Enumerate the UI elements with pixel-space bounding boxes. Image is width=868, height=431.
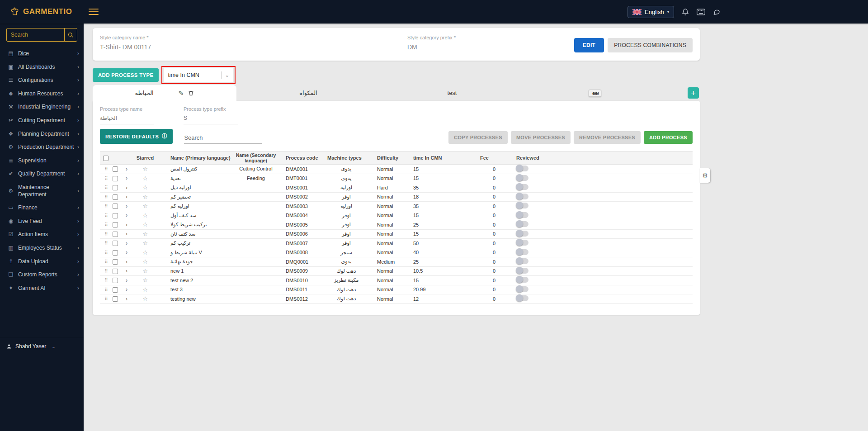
search-input[interactable]	[7, 32, 64, 38]
drag-handle-icon[interactable]: ⠿	[100, 232, 113, 237]
sidebar-item-industrial-engineering[interactable]: ⚒Industrial Engineering›	[0, 100, 84, 114]
style-prefix-field[interactable]: DM	[407, 43, 507, 55]
header-reviewed[interactable]: Reviewed	[514, 155, 557, 161]
reviewed-toggle[interactable]	[516, 194, 528, 199]
expand-row-icon[interactable]: ›	[122, 203, 132, 209]
reviewed-toggle[interactable]	[516, 277, 528, 283]
reviewed-toggle[interactable]	[516, 184, 528, 190]
chat-icon[interactable]	[713, 8, 720, 15]
expand-row-icon[interactable]: ›	[122, 249, 132, 256]
sidebar-item-employees-status[interactable]: ▥Employees Status›	[0, 242, 84, 255]
drag-handle-icon[interactable]: ⠿	[100, 269, 113, 274]
edit-icon[interactable]: ✎	[179, 90, 184, 97]
sidebar-item-data-upload[interactable]: ↥Data Upload›	[0, 255, 84, 269]
expand-row-icon[interactable]: ›	[122, 175, 132, 181]
sidebar-item-quality-department[interactable]: ✔Quality Department›	[0, 167, 84, 181]
star-icon[interactable]: ☆	[142, 212, 148, 219]
star-icon[interactable]: ☆	[142, 295, 148, 302]
drag-handle-icon[interactable]: ⠿	[100, 166, 113, 171]
sidebar-item-custom-reports[interactable]: ❏Custom Reports›	[0, 268, 84, 282]
reviewed-toggle[interactable]	[516, 175, 528, 181]
drag-handle-icon[interactable]: ⠿	[100, 194, 113, 199]
star-icon[interactable]: ☆	[142, 194, 148, 200]
drag-handle-icon[interactable]: ⠿	[100, 296, 113, 301]
star-icon[interactable]: ☆	[142, 249, 148, 256]
drag-handle-icon[interactable]: ⠿	[100, 250, 113, 255]
drag-handle-icon[interactable]: ⠿	[100, 278, 113, 283]
star-icon[interactable]: ☆	[142, 184, 148, 191]
drag-handle-icon[interactable]: ⠿	[100, 213, 113, 218]
reviewed-toggle[interactable]	[516, 286, 528, 292]
table-search-input[interactable]: Search	[184, 133, 262, 144]
expand-row-icon[interactable]: ›	[122, 166, 132, 172]
row-checkbox[interactable]	[113, 241, 118, 246]
add-process-type-button[interactable]: ADD PROCESS TYPE	[93, 68, 159, 82]
language-selector[interactable]: English ▾	[627, 6, 674, 18]
star-icon[interactable]: ☆	[142, 258, 148, 265]
expand-row-icon[interactable]: ›	[122, 185, 132, 191]
sidebar-item-configurations[interactable]: ☰Configurations›	[0, 74, 84, 87]
expand-row-icon[interactable]: ›	[122, 277, 132, 284]
row-checkbox[interactable]	[113, 204, 118, 209]
process-combinations-button[interactable]: PROCESS COMBINATIONS	[608, 38, 693, 52]
star-icon[interactable]: ☆	[142, 231, 148, 237]
row-checkbox[interactable]	[113, 287, 118, 293]
header-starred[interactable]: Starred	[132, 155, 159, 161]
sidebar-item-maintenance-department[interactable]: ⚙Maintenance Department›	[0, 181, 84, 201]
row-checkbox[interactable]	[113, 213, 118, 218]
sidebar-item-human-resources[interactable]: ☻Human Resources›	[0, 87, 84, 101]
drag-handle-icon[interactable]: ⠿	[100, 222, 113, 227]
copy-processes-button[interactable]: COPY PROCESSES	[448, 131, 508, 144]
drag-handle-icon[interactable]: ⠿	[100, 241, 113, 246]
time-metric-dropdown[interactable]: time In CMN ⌄	[164, 68, 233, 82]
tab-process-type-3[interactable]: ee	[524, 85, 668, 101]
reviewed-toggle[interactable]	[516, 166, 528, 171]
star-icon[interactable]: ☆	[142, 268, 148, 275]
sidebar-item-cutting-department[interactable]: ✂Cutting Department›	[0, 114, 84, 128]
keyboard-icon[interactable]	[697, 9, 705, 15]
row-checkbox[interactable]	[113, 176, 118, 181]
sidebar-item-supervision[interactable]: ≣Supervision›	[0, 154, 84, 168]
reviewed-toggle[interactable]	[516, 268, 528, 274]
drag-handle-icon[interactable]: ⠿	[100, 204, 113, 208]
reviewed-toggle[interactable]	[516, 212, 528, 218]
sidebar-item-garment-ai[interactable]: ✦Garment AI›	[0, 282, 84, 295]
expand-row-icon[interactable]: ›	[122, 194, 132, 200]
header-fee[interactable]: Fee	[477, 155, 514, 161]
sidebar-item-finance[interactable]: ▭Finance›	[0, 201, 84, 215]
drag-handle-icon[interactable]: ⠿	[100, 259, 113, 264]
tab-process-type-2[interactable]: test	[380, 85, 524, 101]
add-process-button[interactable]: ADD PROCESS	[644, 131, 693, 144]
header-name-secondary[interactable]: Name (Secondary language)	[231, 152, 281, 163]
row-checkbox[interactable]	[113, 194, 118, 200]
process-type-name-field[interactable]: الخياطة	[100, 115, 154, 124]
reviewed-toggle[interactable]	[516, 221, 528, 227]
edit-button[interactable]: EDIT	[574, 38, 604, 52]
expand-row-icon[interactable]: ›	[122, 231, 132, 237]
row-checkbox[interactable]	[113, 222, 118, 227]
star-icon[interactable]: ☆	[142, 203, 148, 209]
row-checkbox[interactable]	[113, 232, 118, 237]
delete-icon[interactable]	[188, 90, 194, 96]
expand-row-icon[interactable]: ›	[122, 286, 132, 293]
sidebar-item-live-feed[interactable]: ◉Live Feed›	[0, 215, 84, 228]
expand-row-icon[interactable]: ›	[122, 222, 132, 228]
process-type-prefix-field[interactable]: S	[184, 115, 238, 124]
expand-row-icon[interactable]: ›	[122, 240, 132, 246]
bell-icon[interactable]	[682, 8, 689, 16]
star-icon[interactable]: ☆	[142, 221, 148, 228]
reviewed-toggle[interactable]	[516, 295, 528, 301]
reviewed-toggle[interactable]	[516, 258, 528, 264]
select-all-checkbox[interactable]	[103, 156, 108, 161]
header-time-in-cmn[interactable]: time In CMN	[410, 155, 477, 161]
row-checkbox[interactable]	[113, 185, 118, 190]
column-settings-tab[interactable]: ⚙	[700, 168, 710, 183]
reviewed-toggle[interactable]	[516, 231, 528, 237]
drag-handle-icon[interactable]: ⠿	[100, 287, 113, 292]
star-icon[interactable]: ☆	[142, 166, 148, 172]
tab-process-type-1[interactable]: المكواة	[236, 85, 380, 101]
expand-row-icon[interactable]: ›	[122, 268, 132, 274]
star-icon[interactable]: ☆	[142, 286, 148, 293]
row-checkbox[interactable]	[113, 166, 118, 172]
tab-process-type-0[interactable]: الخياطة✎	[93, 85, 236, 101]
